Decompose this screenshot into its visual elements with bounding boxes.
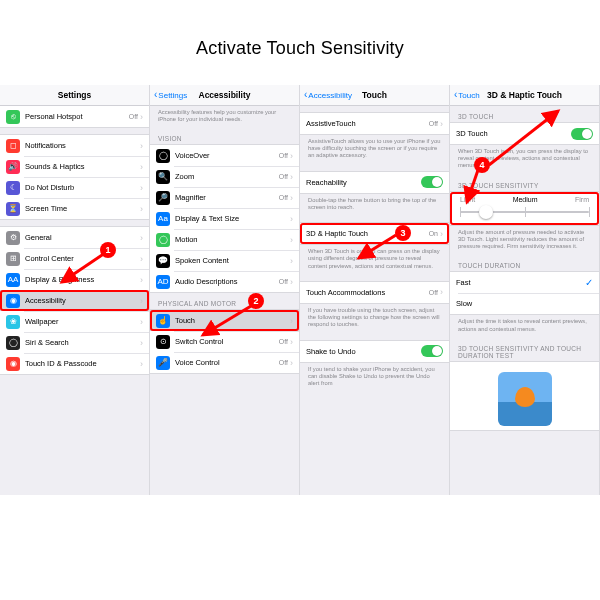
nav-bar: ‹Settings Accessibility: [150, 85, 299, 106]
desc-touch-accommodations: If you have trouble using the touch scre…: [300, 304, 449, 334]
chevron-right-icon: ›: [140, 112, 143, 122]
back-button[interactable]: ‹Accessibility: [304, 90, 352, 100]
row-switch-control[interactable]: ⊙Switch ControlOff›: [150, 331, 299, 352]
chevron-right-icon: ›: [440, 119, 443, 129]
chevron-right-icon: ›: [290, 151, 293, 161]
chevron-right-icon: ›: [440, 287, 443, 297]
row-accessibility[interactable]: ◉Accessibility›: [0, 290, 149, 311]
text-size-icon: Aa: [156, 212, 170, 226]
chevron-right-icon: ›: [290, 358, 293, 368]
row-personal-hotspot[interactable]: ⎋ Personal Hotspot Off ›: [0, 106, 149, 127]
chevron-right-icon: ›: [290, 277, 293, 287]
nav-title: Settings: [58, 90, 92, 100]
desc-3d-touch: When 3D Touch is on, you can press the d…: [450, 145, 599, 175]
speech-icon: 💬: [156, 254, 170, 268]
touch-column: ‹Accessibility Touch AssistiveTouchOff› …: [300, 85, 450, 495]
desc-shake-undo: If you tend to shake your iPhone by acci…: [300, 363, 449, 393]
row-reachability[interactable]: Reachability: [300, 172, 449, 193]
chevron-right-icon: ›: [290, 316, 293, 326]
chevron-right-icon: ›: [440, 229, 443, 239]
chevron-right-icon: ›: [140, 204, 143, 214]
row-touch-accommodations[interactable]: Touch AccommodationsOff›: [300, 282, 449, 303]
row-3d-touch-toggle[interactable]: 3D Touch: [450, 123, 599, 144]
section-header-sensitivity: 3D TOUCH SENSITIVITY: [450, 175, 599, 191]
chevron-right-icon: ›: [290, 256, 293, 266]
desc-reachability: Double-tap the home button to bring the …: [300, 194, 449, 216]
sensitivity-slider[interactable]: [460, 203, 589, 221]
row-wallpaper[interactable]: ❀Wallpaper›: [0, 311, 149, 332]
chevron-left-icon: ‹: [454, 90, 457, 100]
mic-icon: 🎤: [156, 356, 170, 370]
check-icon: ✓: [585, 277, 593, 288]
link-icon: ⎋: [6, 110, 20, 124]
zoom-icon: 🔍: [156, 170, 170, 184]
sliders-icon: ⊞: [6, 252, 20, 266]
row-display-text[interactable]: AaDisplay & Text Size›: [150, 208, 299, 229]
nav-title: Touch: [362, 90, 387, 100]
row-shake-undo[interactable]: Shake to Undo: [300, 341, 449, 362]
section-header-3d-touch: 3D TOUCH: [450, 106, 599, 122]
chevron-right-icon: ›: [140, 359, 143, 369]
tutorial-columns: Settings ⎋ Personal Hotspot Off › ◻Notif…: [0, 85, 600, 495]
row-spoken[interactable]: 💬Spoken Content›: [150, 250, 299, 271]
motion-icon: ◯: [156, 233, 170, 247]
slider-thumb[interactable]: [479, 205, 493, 219]
desc-assistive-touch: AssistiveTouch allows you to use your iP…: [300, 135, 449, 165]
nav-bar: ‹Touch 3D & Haptic Touch: [450, 85, 599, 106]
gear-icon: ⚙: [6, 231, 20, 245]
row-duration-slow[interactable]: Slow: [450, 293, 599, 314]
bell-icon: ◻: [6, 139, 20, 153]
row-sounds[interactable]: 🔊Sounds & Haptics›: [0, 156, 149, 177]
chevron-right-icon: ›: [290, 337, 293, 347]
voiceover-icon: ◯: [156, 149, 170, 163]
audio-icon: AD: [156, 275, 170, 289]
nav-bar: ‹Accessibility Touch: [300, 85, 449, 106]
row-touchid[interactable]: ◉Touch ID & Passcode›: [0, 353, 149, 374]
row-display[interactable]: AADisplay & Brightness›: [0, 269, 149, 290]
row-duration-fast[interactable]: Fast✓: [450, 272, 599, 293]
reachability-toggle[interactable]: [421, 176, 443, 188]
row-motion[interactable]: ◯Motion›: [150, 229, 299, 250]
row-voiceover[interactable]: ◯VoiceOverOff›: [150, 145, 299, 166]
fingerprint-icon: ◉: [6, 357, 20, 371]
row-magnifier[interactable]: 🔎MagnifierOff›: [150, 187, 299, 208]
row-screen-time[interactable]: ⏳Screen Time›: [0, 198, 149, 219]
page-title: Activate Touch Sensitivity: [0, 0, 600, 85]
row-voice-control[interactable]: 🎤Voice ControlOff›: [150, 352, 299, 373]
row-zoom[interactable]: 🔍ZoomOff›: [150, 166, 299, 187]
row-audiodesc[interactable]: ADAudio DescriptionsOff›: [150, 271, 299, 292]
desc-sensitivity: Adjust the amount of pressure needed to …: [450, 226, 599, 256]
row-assistive-touch[interactable]: AssistiveTouchOff›: [300, 113, 449, 134]
chevron-right-icon: ›: [290, 193, 293, 203]
chevron-right-icon: ›: [140, 233, 143, 243]
hourglass-icon: ⏳: [6, 202, 20, 216]
row-notifications[interactable]: ◻Notifications›: [0, 135, 149, 156]
3d-haptic-column: ‹Touch 3D & Haptic Touch 3D TOUCH 3D Tou…: [450, 85, 600, 495]
back-button[interactable]: ‹Touch: [454, 90, 480, 100]
row-touch[interactable]: ☝Touch›: [150, 310, 299, 331]
settings-column: Settings ⎋ Personal Hotspot Off › ◻Notif…: [0, 85, 150, 495]
row-3d-haptic[interactable]: 3D & Haptic TouchOn›: [300, 223, 449, 244]
test-image[interactable]: [498, 372, 552, 426]
row-dnd[interactable]: ☾Do Not Disturb›: [0, 177, 149, 198]
section-header-test: 3D TOUCH SENSITIVITY AND TOUCH DURATION …: [450, 338, 599, 361]
section-header-vision: VISION: [150, 128, 299, 144]
text-size-icon: AA: [6, 273, 20, 287]
chevron-right-icon: ›: [290, 235, 293, 245]
accessibility-icon: ◉: [6, 294, 20, 308]
flower-icon: ❀: [6, 315, 20, 329]
accessibility-column: ‹Settings Accessibility Accessibility fe…: [150, 85, 300, 495]
row-siri[interactable]: ◯Siri & Search›: [0, 332, 149, 353]
nav-title: 3D & Haptic Touch: [487, 90, 562, 100]
shake-undo-toggle[interactable]: [421, 345, 443, 357]
speaker-icon: 🔊: [6, 160, 20, 174]
row-general[interactable]: ⚙General›: [0, 227, 149, 248]
chevron-right-icon: ›: [140, 141, 143, 151]
back-button[interactable]: ‹Settings: [154, 90, 187, 100]
row-control-center[interactable]: ⊞Control Center›: [0, 248, 149, 269]
siri-icon: ◯: [6, 336, 20, 350]
chevron-right-icon: ›: [140, 275, 143, 285]
desc-duration: Adjust the time it takes to reveal conte…: [450, 315, 599, 337]
magnifier-icon: 🔎: [156, 191, 170, 205]
3d-touch-toggle[interactable]: [571, 128, 593, 140]
